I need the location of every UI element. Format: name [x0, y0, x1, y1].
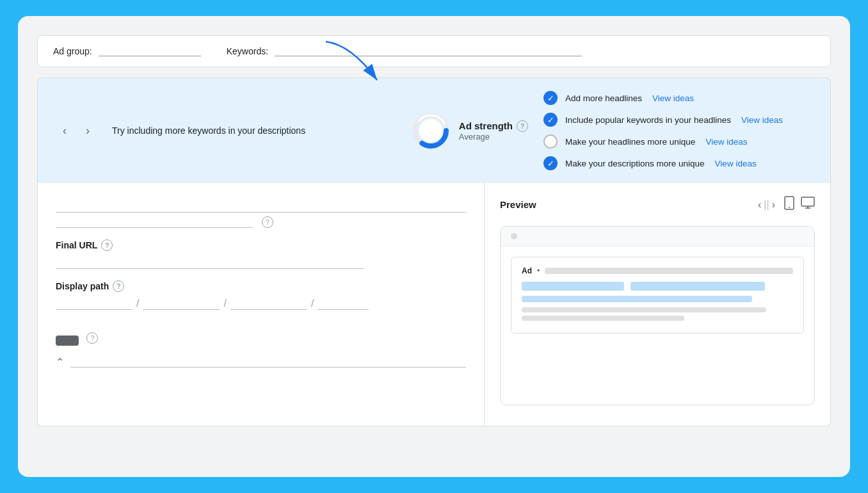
- svg-point-6: [789, 207, 790, 208]
- final-url-section: Final URL ?: [56, 239, 466, 251]
- checklist-text-unique-descriptions: Make your descriptions more unique: [565, 159, 705, 168]
- display-path-section: Display path ?: [56, 280, 466, 292]
- ad-card: Ad •: [511, 257, 804, 334]
- ad-strength-sub: Average: [459, 132, 528, 141]
- nav-prev-button[interactable]: ‹: [56, 122, 74, 140]
- ad-group-item: Ad group:: [53, 46, 201, 56]
- keywords-value-line[interactable]: [275, 46, 582, 56]
- chevron-up-icon[interactable]: ⌃: [56, 356, 64, 368]
- final-url-input[interactable]: [56, 256, 364, 269]
- checklist-item-add-headlines: ✓ Add more headlines View ideas: [543, 91, 812, 105]
- display-path-seg-3[interactable]: [230, 297, 307, 310]
- ad-strength-title: Ad strength ?: [459, 120, 528, 132]
- ad-dot: •: [537, 266, 540, 275]
- browser-bar: [501, 227, 814, 247]
- slash-icon-2: /: [223, 298, 226, 309]
- suggestion-bar-wrapper: ‹ › Try including more keywords in your …: [37, 77, 831, 183]
- mobile-view-button[interactable]: [783, 196, 796, 213]
- headline-help-icon[interactable]: ?: [262, 216, 273, 228]
- preview-header: Preview ‹ || ›: [500, 196, 815, 213]
- nav-next-button[interactable]: ›: [79, 122, 97, 140]
- checklist: ✓ Add more headlines View ideas ✓ Includ…: [543, 91, 812, 170]
- final-url-help-icon[interactable]: ?: [101, 239, 113, 251]
- ad-title-block-2: [631, 282, 765, 291]
- collapse-row: ⌃: [56, 356, 466, 368]
- check-icon-unique-descriptions: ✓: [543, 156, 558, 170]
- view-ideas-link-unique-descriptions[interactable]: View ideas: [715, 159, 757, 168]
- ad-group-label: Ad group:: [53, 46, 92, 56]
- preview-next-button[interactable]: ›: [772, 199, 775, 211]
- ad-desc-line-1: [522, 296, 752, 302]
- collapse-line: [70, 357, 466, 368]
- headline-line-1[interactable]: [56, 198, 466, 213]
- nav-arrows: ‹ ›: [56, 122, 97, 140]
- preview-separator: ||: [764, 199, 769, 211]
- keywords-item: Keywords:: [227, 46, 582, 56]
- ad-text-lines: [522, 307, 793, 321]
- view-ideas-link-popular-keywords[interactable]: View ideas: [741, 115, 783, 125]
- check-icon-popular-keywords: ✓: [543, 113, 558, 127]
- checklist-item-popular-keywords: ✓ Include popular keywords in your headl…: [543, 113, 812, 127]
- browser-mockup: Ad •: [500, 226, 815, 405]
- checklist-item-unique-descriptions: ✓ Make your descriptions more unique Vie…: [543, 156, 812, 170]
- final-url-label: Final URL: [56, 240, 97, 250]
- button-help-icon[interactable]: ?: [86, 332, 98, 344]
- ad-strength-label: Ad strength ? Average: [459, 120, 528, 141]
- slash-icon-3: /: [311, 298, 314, 309]
- ad-strength-donut: [410, 110, 451, 151]
- right-panel: Preview ‹ || ›: [485, 183, 830, 426]
- check-icon-unique-headlines: [543, 134, 558, 149]
- ad-title-row: [522, 282, 793, 291]
- ad-strength-container: Ad strength ? Average: [410, 110, 528, 151]
- ad-group-value-line[interactable]: [99, 46, 201, 56]
- view-ideas-link-unique-headlines[interactable]: View ideas: [705, 137, 747, 147]
- preview-device-buttons: [783, 196, 815, 213]
- checklist-text-unique-headlines: Make your headlines more unique: [565, 137, 695, 147]
- checklist-item-unique-headlines: Make your headlines more unique View ide…: [543, 134, 812, 149]
- display-path-label: Display path: [56, 281, 109, 291]
- main-content: ? Final URL ? Display path ? / / /: [37, 183, 831, 426]
- desktop-view-button[interactable]: [801, 196, 815, 213]
- preview-nav: ‹ || ›: [758, 199, 775, 211]
- suggestion-bar: ‹ › Try including more keywords in your …: [38, 78, 830, 183]
- check-icon-add-headlines: ✓: [543, 91, 558, 105]
- display-path-seg-2[interactable]: [143, 297, 220, 310]
- preview-controls: ‹ || ›: [758, 196, 815, 213]
- checklist-text-add-headlines: Add more headlines: [565, 93, 642, 103]
- display-path-row: / / /: [56, 297, 466, 310]
- ad-strength-help-icon[interactable]: ?: [517, 120, 528, 132]
- suggestion-text: Try including more keywords in your desc…: [112, 125, 395, 136]
- svg-rect-7: [801, 197, 814, 206]
- view-ideas-link-add-headlines[interactable]: View ideas: [652, 93, 694, 103]
- headline-line-2[interactable]: [56, 215, 253, 228]
- grey-action-button[interactable]: [56, 335, 79, 346]
- top-lines: [56, 198, 466, 213]
- ad-text-line-1: [522, 307, 766, 312]
- ad-url-bar: [545, 268, 793, 274]
- display-path-seg-1[interactable]: [56, 297, 133, 310]
- display-path-help-icon[interactable]: ?: [113, 280, 124, 292]
- left-panel: ? Final URL ? Display path ? / / /: [38, 183, 485, 426]
- slash-icon-1: /: [136, 298, 139, 309]
- preview-prev-button[interactable]: ‹: [758, 199, 761, 211]
- svg-point-3: [419, 119, 442, 142]
- keywords-label: Keywords:: [227, 46, 268, 56]
- checklist-text-popular-keywords: Include popular keywords in your headlin…: [565, 115, 731, 125]
- ad-title-block-1: [522, 282, 624, 291]
- browser-dot: [511, 233, 517, 239]
- top-bar: Ad group: Keywords:: [37, 35, 831, 67]
- ad-label: Ad: [522, 266, 532, 275]
- preview-title: Preview: [500, 199, 536, 210]
- outer-card: Ad group: Keywords: ‹ ›: [18, 16, 850, 477]
- ad-text-line-2: [522, 316, 684, 321]
- display-path-seg-4[interactable]: [317, 297, 369, 310]
- ad-label-row: Ad •: [522, 266, 793, 275]
